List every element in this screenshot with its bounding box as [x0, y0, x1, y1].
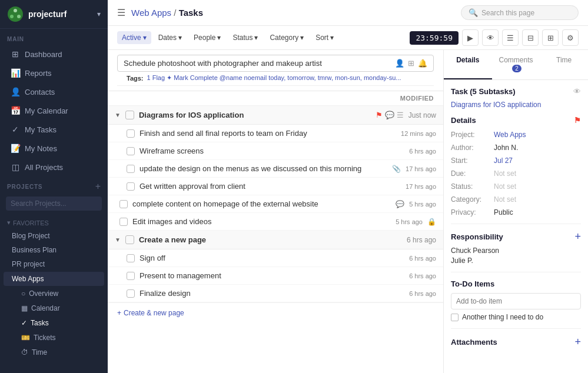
split-view-button[interactable]: ⊟ [522, 29, 539, 46]
filter-people-button[interactable]: People ▾ [189, 31, 225, 44]
new-task-input[interactable] [124, 59, 390, 68]
create-new-page-button[interactable]: + Create & new page [117, 309, 184, 317]
calendar-sub-icon: ▦ [21, 304, 28, 312]
sidebar-item-business-plan[interactable]: Business Plan [0, 243, 108, 257]
table-row[interactable]: Finalize design 6 hrs ago [108, 285, 443, 302]
table-row[interactable]: update the design on the menus as we dis… [108, 160, 443, 178]
task-time: 5 hrs ago [409, 201, 436, 208]
group-toggle-icon[interactable]: ▼ [115, 112, 121, 118]
task-checkbox[interactable] [127, 254, 135, 262]
add-responsibility-button[interactable]: + [574, 231, 581, 242]
settings-button[interactable]: ⚙ [562, 29, 579, 46]
filter-status-button[interactable]: Status ▾ [228, 31, 263, 44]
sidebar-item-contacts[interactable]: 👤 Contacts [4, 83, 104, 101]
sidebar-item-dashboard[interactable]: ⊞ Dashboard [4, 45, 104, 63]
filter-active-label: Active [122, 34, 141, 42]
todo-input[interactable] [451, 293, 581, 309]
sidebar-item-label: Dashboard [25, 50, 62, 59]
table-row[interactable]: Get written approval from client 17 hrs … [108, 178, 443, 195]
details-title-text: Details [451, 116, 476, 125]
content-area: 👤 ⊞ 🔔 Tags: 1 Flag ✦ Mark Complete @name… [108, 50, 588, 373]
group-checkbox[interactable] [125, 235, 134, 244]
bell-icon[interactable]: 🔔 [418, 59, 427, 68]
task-checkbox[interactable] [127, 165, 135, 173]
filter-category-button[interactable]: Category ▾ [265, 31, 308, 44]
group-toggle-icon[interactable]: ▼ [115, 237, 121, 243]
tab-comments[interactable]: Comments 2 [492, 50, 540, 79]
favorites-header[interactable]: ▾ FAVORITES [0, 217, 108, 229]
sidebar-item-all-projects[interactable]: ◫ All Projects [4, 158, 104, 176]
subnav-tasks[interactable]: ✓ Tasks [16, 316, 104, 330]
task-checkbox[interactable] [127, 147, 135, 155]
task-checkbox[interactable] [119, 200, 128, 208]
tags-content[interactable]: 1 Flag ✦ Mark Complete @name noemail tod… [147, 74, 401, 82]
table-row[interactable]: Sign off 6 hrs ago [108, 249, 443, 267]
start-value[interactable]: Jul 27 [494, 156, 513, 165]
sidebar-item-my-tasks[interactable]: ✓ My Tasks [4, 121, 104, 138]
search-projects-input[interactable] [6, 197, 102, 211]
group-checkbox[interactable] [125, 111, 134, 119]
task-checkbox[interactable] [127, 289, 135, 298]
subnav-overview[interactable]: ○ Overview [16, 287, 104, 301]
add-project-button[interactable]: + [95, 181, 101, 192]
status-value[interactable]: Not set [494, 182, 516, 191]
filter-sort-button[interactable]: Sort ▾ [311, 31, 338, 44]
chevron-down-icon: ▾ [178, 34, 182, 42]
tab-time[interactable]: Time [540, 50, 588, 79]
project-value[interactable]: Web Apps [494, 131, 526, 139]
task-name: Sign off [139, 254, 404, 262]
hamburger-button[interactable]: ☰ [117, 7, 125, 18]
flag-icon: ⚑ [574, 116, 581, 125]
sidebar-item-pr-project[interactable]: PR project [0, 257, 108, 271]
play-button[interactable]: ▶ [462, 29, 479, 46]
grid-icon[interactable]: ⊞ [408, 59, 414, 68]
task-link[interactable]: Diagrams for IOS application [451, 101, 581, 109]
filter-dates-button[interactable]: Dates ▾ [154, 31, 187, 44]
task-name: Edit images and videos [132, 217, 391, 226]
sidebar-chevron-icon[interactable]: ▾ [97, 10, 101, 18]
task-checkbox[interactable] [127, 182, 135, 191]
table-row[interactable]: Finish and send all final reports to tea… [108, 125, 443, 142]
table-row[interactable]: Edit images and videos 5 hrs ago 🔒 [108, 213, 443, 231]
chat-icon: 💬 [396, 200, 404, 208]
sidebar-item-my-calendar[interactable]: 📅 My Calendar [4, 102, 104, 119]
todo-checkbox[interactable] [451, 314, 459, 321]
sidebar-item-blog-project[interactable]: Blog Project [0, 229, 108, 243]
subnav-calendar[interactable]: ▦ Calendar [16, 301, 104, 315]
task-list-header: Modified [108, 91, 443, 106]
assign-icon[interactable]: 👤 [395, 59, 404, 68]
task-group-header-create[interactable]: ▼ Create a new page 6 hrs ago [108, 231, 443, 249]
search-input[interactable] [481, 9, 571, 17]
eye-button[interactable]: 👁 [482, 29, 499, 46]
sidebar-item-reports[interactable]: 📊 Reports [4, 64, 104, 82]
breadcrumb-parent[interactable]: Web Apps [131, 8, 171, 18]
subnav-tickets[interactable]: 🎫 Tickets [16, 331, 104, 345]
task-checkbox[interactable] [119, 218, 128, 226]
tab-details[interactable]: Details [444, 50, 492, 79]
task-group-header-diagrams[interactable]: ▼ Diagrams for IOS application ⚑ 💬 ☰ Jus… [108, 106, 443, 125]
subnav-time[interactable]: ⏱ Time [16, 345, 104, 359]
table-row[interactable]: complete content on homepage of the exte… [108, 195, 443, 213]
sidebar-item-label: All Projects [25, 163, 63, 172]
sidebar-item-my-notes[interactable]: 📝 My Notes [4, 139, 104, 157]
eye-icon[interactable]: 👁 [573, 87, 581, 96]
svg-point-3 [17, 15, 21, 18]
category-value[interactable]: Not set [494, 195, 516, 204]
lock-icon: 🔒 [427, 218, 436, 226]
breadcrumb-separator: / [174, 8, 178, 18]
table-row[interactable]: Wireframe screens 6 hrs ago [108, 142, 443, 160]
flag-red-icon[interactable]: ⚑ [376, 111, 383, 119]
list-icon[interactable]: ☰ [397, 111, 404, 119]
chat-icon[interactable]: 💬 [385, 111, 394, 119]
due-value[interactable]: Not set [494, 169, 516, 178]
header-right: 🔍 [461, 5, 579, 20]
task-checkbox[interactable] [127, 272, 135, 280]
filter-active-button[interactable]: Active ▾ [117, 31, 151, 44]
search-icon: 🔍 [469, 8, 478, 17]
grid-view-button[interactable]: ⊞ [542, 29, 559, 46]
table-row[interactable]: Present to management 6 hrs ago [108, 267, 443, 285]
task-checkbox[interactable] [127, 129, 135, 138]
list-view-button[interactable]: ☰ [502, 29, 519, 46]
add-attachment-button[interactable]: + [574, 336, 581, 348]
sidebar-item-web-apps[interactable]: Web Apps [4, 272, 104, 286]
